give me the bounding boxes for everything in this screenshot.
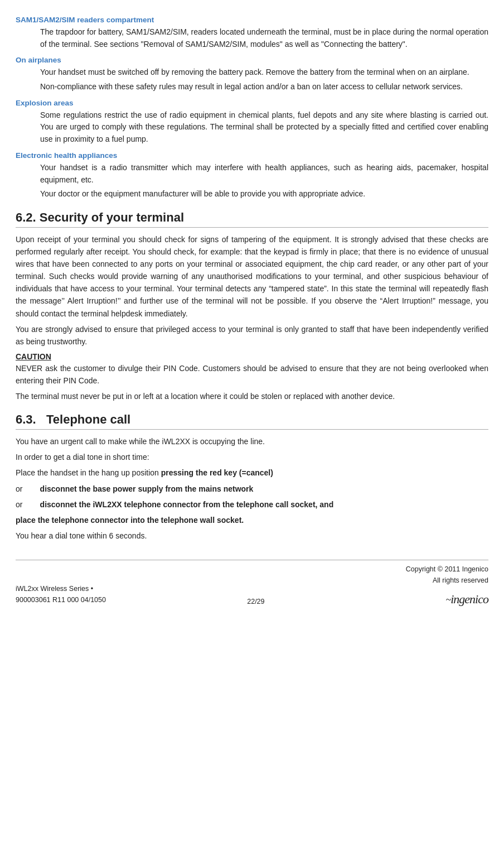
chapter-63-intro-3: Place the handset in the hang up positio… bbox=[16, 467, 488, 479]
caution-heading: CAUTION bbox=[16, 352, 488, 361]
footer-product: iWL2xx Wireless Series • bbox=[16, 583, 106, 594]
section-explosion-body: Some regulations restrict the use of rad… bbox=[40, 109, 488, 146]
chapter-63-heading: 6.3. Telephone call bbox=[16, 412, 488, 427]
chapter-63-or-2: or bbox=[16, 500, 22, 509]
page-footer: iWL2xx Wireless Series • 900003061 R11 0… bbox=[16, 560, 488, 605]
section-airplanes-heading: On airplanes bbox=[16, 56, 488, 64]
caution-body-2: The terminal must never be put in or lef… bbox=[16, 390, 488, 402]
chapter-62-heading: 6.2. Security of your terminal bbox=[16, 210, 488, 225]
chapter-63-num: 6.3. bbox=[16, 412, 36, 426]
section-airplanes-p2: Non-compliance with these safety rules m… bbox=[40, 81, 488, 93]
chapter-63: 6.3. Telephone call You have an urgent c… bbox=[16, 412, 488, 542]
section-sam-p1: The trapdoor for battery, SAM1/SAM2/SIM,… bbox=[40, 26, 488, 50]
chapter-63-bold-3: disconnet the iWL2XX telephone connector… bbox=[40, 500, 334, 509]
chapter-62-rule bbox=[16, 227, 488, 228]
chapter-63-intro-2: In order to get a dial tone in short tim… bbox=[16, 451, 488, 463]
section-electronic-health-p1: Your handset is a radio transmitter whic… bbox=[40, 162, 488, 186]
section-electronic-health-body: Your handset is a radio transmitter whic… bbox=[40, 162, 488, 200]
section-airplanes-body: Your handset must be switched off by rem… bbox=[40, 66, 488, 93]
section-sam-heading: SAM1/SAM2/SIM readers compartment bbox=[16, 16, 488, 24]
caution-body-1: NEVER ask the customer to divulge their … bbox=[16, 362, 488, 387]
footer-model: 900003061 R11 000 04/1050 bbox=[16, 594, 106, 605]
chapter-63-line2: or disconnet the base power supply from … bbox=[16, 483, 488, 495]
chapter-63-bold-4: place the telephone connector into the t… bbox=[16, 514, 488, 526]
chapter-62-num: 6.2. bbox=[16, 210, 36, 224]
section-electronic-health-p2: Your doctor or the equipment manufacture… bbox=[40, 188, 488, 200]
section-explosion-heading: Explosion areas bbox=[16, 99, 488, 107]
chapter-63-bold-2: disconnet the base power supply from the… bbox=[40, 484, 254, 493]
footer-rights: All rights reserved bbox=[406, 575, 488, 586]
chapter-63-place-text: Place the handset in the hang up positio… bbox=[16, 468, 159, 477]
chapter-63-line3: or disconnet the iWL2XX telephone connec… bbox=[16, 498, 488, 511]
footer-left: iWL2xx Wireless Series • 900003061 R11 0… bbox=[16, 583, 106, 605]
chapter-63-end: You hear a dial tone within 6 seconds. bbox=[16, 530, 488, 542]
footer-right: Copyright © 2011 Ingenico All rights res… bbox=[406, 564, 488, 605]
footer-copyright: Copyright © 2011 Ingenico bbox=[406, 564, 488, 575]
chapter-63-bold-1: pressing the red key (=cancel) bbox=[161, 468, 273, 477]
chapter-63-title: Telephone call bbox=[46, 412, 130, 426]
section-electronic-health: Electronic health appliances Your handse… bbox=[16, 151, 488, 200]
section-airplanes: On airplanes Your handset must be switch… bbox=[16, 56, 488, 93]
ingenico-logo: ingenico bbox=[406, 589, 488, 609]
chapter-62-body-1: Upon receipt of your terminal you should… bbox=[16, 233, 488, 320]
chapter-62: 6.2. Security of your terminal Upon rece… bbox=[16, 210, 488, 402]
section-explosion: Explosion areas Some regulations restric… bbox=[16, 99, 488, 146]
chapter-62-title: Security of your terminal bbox=[40, 210, 184, 224]
chapter-63-or-1: or bbox=[16, 484, 22, 493]
chapter-63-rule bbox=[16, 429, 488, 430]
footer-page-number: 22/29 bbox=[247, 598, 264, 605]
section-airplanes-p1: Your handset must be switched off by rem… bbox=[40, 66, 488, 79]
section-sam-body: The trapdoor for battery, SAM1/SAM2/SIM,… bbox=[40, 26, 488, 50]
section-sam: SAM1/SAM2/SIM readers compartment The tr… bbox=[16, 16, 488, 50]
chapter-62-body-2: You are strongly advised to ensure that … bbox=[16, 323, 488, 348]
chapter-63-intro-1: You have an urgent call to make while th… bbox=[16, 435, 488, 448]
section-explosion-p1: Some regulations restrict the use of rad… bbox=[40, 109, 488, 146]
section-electronic-health-heading: Electronic health appliances bbox=[16, 151, 488, 160]
